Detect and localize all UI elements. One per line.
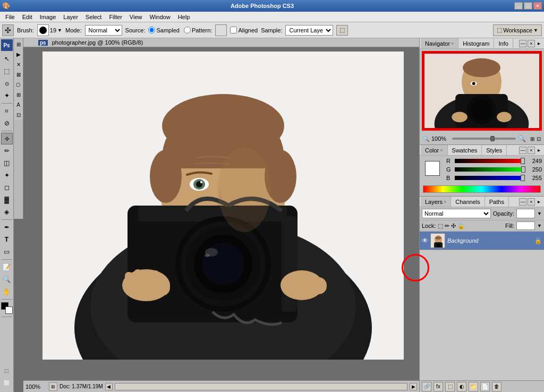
aligned-checkbox[interactable] — [230, 27, 237, 33]
magic-wand-btn[interactable]: ✦ — [1, 90, 13, 101]
canvas-tool-2[interactable]: ▶ — [14, 49, 23, 59]
b-slider-thumb[interactable] — [521, 175, 525, 181]
nav-minimize-btn[interactable]: — — [519, 40, 526, 47]
pattern-radio[interactable] — [184, 27, 191, 33]
dodge-tool-btn[interactable]: ◈ — [1, 206, 13, 218]
menu-window[interactable]: Window — [147, 13, 174, 21]
new-layer-btn[interactable]: 📄 — [480, 382, 490, 391]
brush-tool-btn[interactable]: ✏ — [1, 145, 13, 157]
screen-mode-btn[interactable]: ⬚ — [1, 365, 13, 377]
lock-transparency-icon[interactable]: ⬚ — [438, 223, 443, 229]
zoom-tool-btn[interactable]: 🔍 — [1, 274, 13, 285]
pen-tool-btn[interactable]: ✒ — [1, 221, 13, 233]
tab-histogram[interactable]: Histogram — [458, 38, 494, 48]
minimize-button[interactable]: _ — [514, 2, 523, 10]
background-color[interactable] — [5, 306, 13, 314]
eraser-tool-btn[interactable]: ◻ — [1, 182, 13, 193]
sampled-option[interactable]: Sampled — [148, 27, 179, 33]
layers-minimize-btn[interactable]: — — [519, 198, 526, 206]
canvas-container[interactable] — [23, 47, 419, 380]
color-foreground-swatch[interactable] — [425, 161, 440, 176]
navigator-preview[interactable] — [422, 51, 542, 131]
menu-select[interactable]: Select — [82, 13, 105, 21]
b-slider-track[interactable] — [455, 176, 525, 180]
color-close-icon[interactable]: × — [440, 148, 443, 153]
healing-brush-btn[interactable]: ✣ — [1, 133, 13, 144]
layers-menu-btn[interactable]: ▸ — [536, 199, 542, 204]
tab-color[interactable]: Color × — [421, 145, 448, 155]
opacity-arrow[interactable]: ▼ — [537, 211, 542, 216]
zoom-in-icon[interactable]: 🔍 — [518, 135, 526, 142]
close-button[interactable]: × — [533, 2, 542, 10]
marquee-tool-btn[interactable]: ⬚ — [1, 65, 13, 77]
canvas-tool-8[interactable]: ⊡ — [14, 110, 23, 120]
workspace-button[interactable]: ⬚ Workspace ▼ — [493, 24, 542, 36]
gradient-tool-btn[interactable]: ▓ — [1, 194, 13, 206]
layers-close-icon[interactable]: × — [444, 199, 446, 204]
menu-help[interactable]: Help — [175, 13, 193, 21]
canvas-image[interactable] — [42, 52, 404, 360]
clone-source-btn[interactable]: ⬚ — [336, 25, 348, 36]
sampled-radio[interactable] — [148, 27, 155, 33]
zoom-slider-thumb[interactable] — [490, 136, 495, 141]
tab-info[interactable]: Info — [494, 38, 513, 48]
canvas-tool-1[interactable]: ⊞ — [14, 39, 23, 49]
tab-channels[interactable]: Channels — [451, 197, 484, 207]
move-tool-btn[interactable]: ↖ — [1, 53, 13, 65]
color-close-btn[interactable]: × — [528, 147, 535, 154]
g-slider-track[interactable] — [455, 167, 525, 172]
canvas-tool-4[interactable]: ⊠ — [14, 70, 23, 79]
menu-filter[interactable]: Filter — [106, 13, 125, 21]
r-slider-thumb[interactable] — [521, 158, 525, 164]
color-menu-btn[interactable]: ▸ — [536, 147, 542, 153]
clone-stamp-btn[interactable]: ◫ — [1, 157, 13, 169]
layer-visibility-icon[interactable]: 👁 — [422, 237, 428, 244]
tab-layers[interactable]: Layers × — [421, 197, 451, 207]
tab-swatches[interactable]: Swatches — [448, 145, 482, 155]
canvas-tool-6[interactable]: ⊞ — [14, 90, 23, 99]
eyedropper-tool-btn[interactable]: ⊘ — [1, 117, 13, 129]
brush-dropdown-icon[interactable]: ▼ — [57, 28, 62, 33]
shape-tool-btn[interactable]: ▭ — [1, 246, 13, 258]
canvas-tool-7[interactable]: A — [14, 100, 23, 109]
fill-arrow[interactable]: ▼ — [537, 223, 542, 228]
new-adjustment-btn[interactable]: ◐ — [457, 382, 466, 391]
window-controls[interactable]: _ □ × — [514, 2, 542, 10]
horizontal-scrollbar[interactable] — [115, 383, 407, 390]
navigator-close-icon[interactable]: × — [451, 41, 454, 46]
color-minimize-btn[interactable]: — — [519, 147, 526, 154]
lock-position-icon[interactable]: ✣ — [451, 223, 456, 229]
tab-paths[interactable]: Paths — [485, 197, 509, 207]
pattern-option[interactable]: Pattern: — [184, 24, 227, 36]
tab-styles[interactable]: Styles — [482, 145, 507, 155]
new-folder-btn[interactable]: 📁 — [469, 382, 478, 391]
menu-layer[interactable]: Layer — [60, 13, 81, 21]
sample-dropdown[interactable]: Current Layer — [285, 25, 333, 36]
menu-view[interactable]: View — [126, 13, 146, 21]
r-slider-track[interactable] — [455, 159, 525, 163]
hand-tool-btn[interactable]: ✋ — [1, 286, 13, 297]
status-icon-btn[interactable]: ⊞ — [49, 382, 57, 391]
mode-dropdown[interactable]: Normal — [85, 25, 122, 36]
fill-input[interactable]: 100% — [516, 221, 535, 230]
menu-file[interactable]: File — [2, 13, 18, 21]
delete-layer-btn[interactable]: 🗑 — [492, 382, 502, 391]
layers-close-btn[interactable]: × — [528, 198, 535, 206]
nav-close-btn[interactable]: × — [528, 40, 535, 47]
opacity-input[interactable]: 100% — [516, 209, 535, 218]
lasso-tool-btn[interactable]: ⊙ — [1, 78, 13, 89]
zoom-slider-track[interactable] — [452, 138, 516, 140]
pattern-preview[interactable] — [215, 24, 227, 36]
fg-bg-colors[interactable] — [1, 302, 13, 314]
menu-edit[interactable]: Edit — [19, 13, 36, 21]
brush-picker[interactable]: 19 ▼ — [37, 24, 62, 36]
link-layers-btn[interactable]: 🔗 — [422, 382, 431, 391]
maximize-button[interactable]: □ — [524, 2, 532, 10]
zoom-expand-btn[interactable]: ⊞ — [530, 136, 534, 142]
tab-navigator[interactable]: Navigator × — [421, 38, 458, 48]
lock-image-icon[interactable]: ✏ — [445, 223, 449, 229]
add-mask-btn[interactable]: ⬚ — [445, 382, 455, 391]
scroll-left-btn[interactable]: ◀ — [105, 383, 113, 390]
lock-all-icon[interactable]: 🔒 — [457, 223, 465, 229]
nav-menu-btn[interactable]: ▸ — [536, 40, 542, 46]
